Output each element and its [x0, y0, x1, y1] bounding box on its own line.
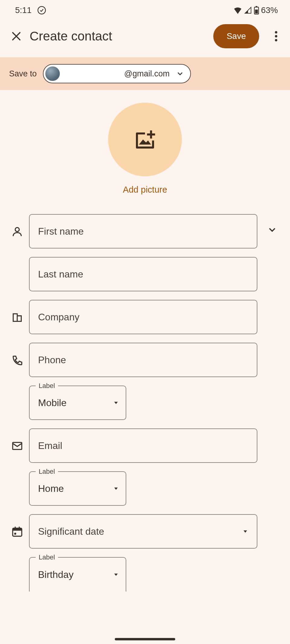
- battery-icon: [254, 6, 259, 14]
- phone-field[interactable]: [29, 343, 257, 377]
- add-picture-link[interactable]: Add picture: [123, 185, 167, 195]
- expand-name-fields-button[interactable]: [263, 214, 282, 235]
- svg-rect-16: [13, 528, 22, 530]
- svg-point-4: [275, 31, 277, 34]
- page-title: Create contact: [30, 29, 207, 43]
- dropdown-icon: [113, 572, 119, 578]
- status-bar: 5:11 63%: [0, 0, 290, 18]
- svg-rect-2: [256, 6, 257, 7]
- nav-handle[interactable]: [115, 638, 175, 640]
- email-icon: [8, 428, 26, 452]
- svg-point-6: [275, 39, 277, 41]
- svg-point-19: [14, 533, 16, 535]
- last-name-input[interactable]: [38, 269, 248, 280]
- phone-label-select[interactable]: Label Mobile: [29, 386, 126, 420]
- svg-rect-3: [255, 10, 258, 14]
- dropdown-icon: [113, 400, 119, 406]
- first-name-field[interactable]: [29, 214, 257, 248]
- battery-pct: 63%: [261, 5, 278, 15]
- svg-rect-10: [14, 317, 15, 318]
- save-button[interactable]: Save: [213, 24, 259, 48]
- phone-input[interactable]: [38, 354, 248, 366]
- save-to-bar: Save to @gmail.com: [0, 57, 290, 90]
- svg-rect-8: [14, 315, 15, 316]
- svg-rect-17: [15, 527, 16, 529]
- add-image-icon: [133, 127, 157, 152]
- save-to-label: Save to: [9, 69, 37, 78]
- svg-rect-11: [16, 317, 17, 318]
- more-options-button[interactable]: [268, 28, 285, 45]
- add-photo-button[interactable]: [108, 103, 182, 176]
- svg-point-0: [38, 7, 45, 14]
- email-label-caption: Label: [36, 468, 58, 476]
- clock: 5:11: [15, 5, 32, 15]
- photo-section: Add picture: [0, 90, 290, 198]
- date-label-select[interactable]: Label Birthday: [29, 557, 126, 591]
- last-name-field[interactable]: [29, 257, 257, 291]
- svg-rect-18: [19, 527, 20, 529]
- phone-label-value: Mobile: [38, 397, 66, 409]
- company-field[interactable]: [29, 300, 257, 334]
- email-input[interactable]: [38, 440, 248, 451]
- svg-rect-12: [18, 317, 19, 318]
- calendar-icon: [8, 514, 26, 538]
- dropdown-icon: [242, 528, 248, 534]
- contact-form: Label Mobile Label Home: [0, 198, 290, 600]
- first-name-input[interactable]: [38, 226, 248, 237]
- close-button[interactable]: [10, 30, 23, 43]
- svg-point-5: [275, 35, 277, 37]
- svg-rect-13: [18, 319, 19, 320]
- building-icon: [8, 300, 26, 323]
- email-label-value: Home: [38, 483, 64, 494]
- app-header: Create contact Save: [0, 18, 290, 57]
- check-icon: [37, 6, 46, 15]
- email-label-select[interactable]: Label Home: [29, 471, 126, 506]
- person-icon: [8, 214, 26, 238]
- significant-date-field[interactable]: Significant date: [29, 514, 257, 549]
- account-email: @gmail.com: [64, 69, 170, 78]
- svg-point-7: [15, 228, 19, 232]
- date-label-value: Birthday: [38, 569, 73, 580]
- phone-icon: [8, 343, 26, 366]
- company-input[interactable]: [38, 312, 248, 323]
- svg-rect-9: [16, 315, 17, 316]
- chevron-down-icon: [176, 69, 184, 78]
- dropdown-icon: [113, 485, 119, 492]
- phone-label-caption: Label: [36, 382, 58, 390]
- date-placeholder: Significant date: [38, 526, 104, 537]
- wifi-icon: [233, 7, 242, 14]
- email-field[interactable]: [29, 428, 257, 463]
- avatar: [45, 66, 60, 81]
- signal-icon: [244, 7, 252, 14]
- account-selector[interactable]: @gmail.com: [43, 64, 191, 83]
- date-label-caption: Label: [36, 553, 58, 561]
